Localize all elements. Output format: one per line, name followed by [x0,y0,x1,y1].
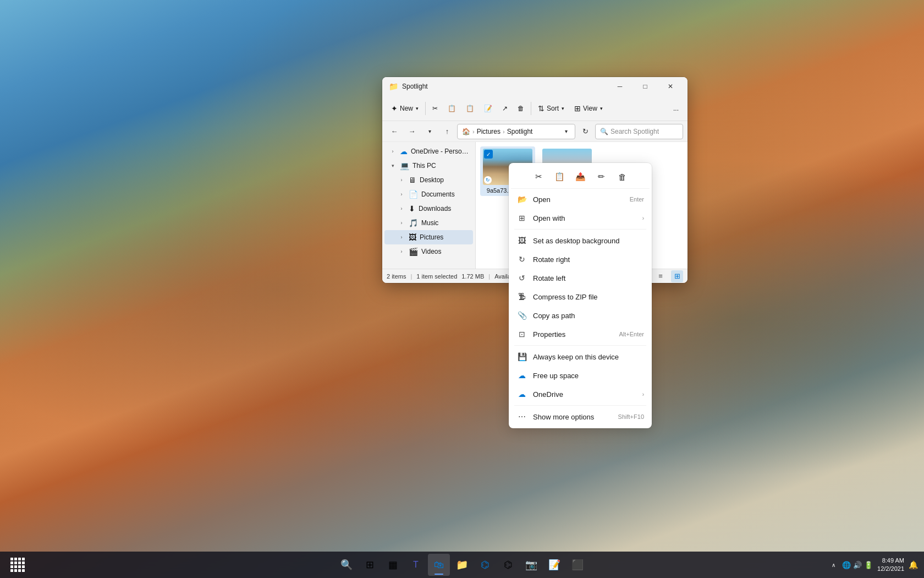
expand-icon-pictures: › [398,233,405,241]
videos-icon: 🎬 [409,247,418,256]
address-dropdown-button[interactable]: ▾ [562,127,570,136]
cm-compress-zip[interactable]: 🗜 Compress to ZIP file [511,287,650,306]
thispc-icon: 💻 [400,161,409,170]
sidebar-item-downloads[interactable]: › ⬇ Downloads [384,201,473,216]
sidebar-item-thispc[interactable]: ▾ 💻 This PC [384,159,473,173]
terminal-button[interactable]: ⬛ [566,554,588,576]
notification-icon[interactable]: 🔔 [909,560,917,569]
toolbar-divider-1 [425,102,426,115]
clock-time: 8:49 AM [877,557,904,565]
item-count: 2 items [387,273,406,280]
file-explorer-taskbar-button[interactable]: 📁 [451,554,473,576]
sidebar-item-desktop[interactable]: › 🖥 Desktop [384,173,473,187]
cm-rotate-left[interactable]: ↺ Rotate left [511,269,650,287]
new-button[interactable]: ✦ New ▾ [387,101,423,116]
minimize-button[interactable]: ─ [607,77,632,96]
system-tray-expand[interactable]: ∧ [829,561,838,569]
desktop-icon: 🖥 [409,176,416,184]
more-button[interactable]: ... [669,102,683,115]
sidebar-item-videos[interactable]: › 🎬 Videos [384,244,473,259]
cm-open[interactable]: 📂 Open Enter [511,190,650,209]
sidebar-label-videos: Videos [421,248,441,255]
sidebar-item-music[interactable]: › 🎵 Music [384,216,473,230]
grid-view-button[interactable]: ⊞ [671,270,683,282]
cm-cut-button[interactable]: ✂ [530,168,547,185]
search-box[interactable]: 🔍 Search Spotlight [595,124,683,139]
cm-separator-1 [514,229,646,230]
refresh-button[interactable]: ↻ [578,124,593,139]
cm-rotate-right[interactable]: ↻ Rotate right [511,250,650,269]
cm-onedrive-arrow: › [642,391,644,397]
cm-free-up-label: Free up space [533,372,644,380]
cm-open-shortcut: Enter [630,196,644,203]
battery-icon[interactable]: 🔋 [864,560,873,569]
documents-icon: 📄 [409,190,418,199]
cm-set-background[interactable]: 🖼 Set as desktop background [511,231,650,250]
search-taskbar-button[interactable]: 🔍 [336,554,358,576]
start-button[interactable] [7,554,29,576]
address-input[interactable]: 🏠 › Pictures › Spotlight ▾ [457,124,575,139]
expand-icon-videos: › [398,248,405,255]
sidebar-item-pictures[interactable]: › 🖼 Pictures [384,230,473,244]
dropdown-button[interactable]: ▾ [422,124,437,139]
delete-button[interactable]: 🗑 [513,102,529,115]
edge-dev-button[interactable]: ⌬ [497,554,519,576]
close-button[interactable]: ✕ [658,77,683,96]
paste-button[interactable]: 📋 [461,102,479,115]
cm-rename-button[interactable]: ✏ [593,168,609,185]
edge-button[interactable]: ⌬ [474,554,496,576]
title-controls: ─ □ ✕ [607,77,683,96]
selected-count: 1 item selected [416,273,457,280]
sidebar-label-pictures: Pictures [420,233,443,241]
cm-copy-button[interactable]: 📋 [551,168,568,185]
expand-icon: › [389,148,397,155]
cm-zip-label: Compress to ZIP file [533,293,644,301]
store-button[interactable]: 🛍 [428,554,450,576]
forward-button[interactable]: → [404,124,420,139]
cm-rotate-right-icon: ↻ [516,254,527,265]
cm-paste-button[interactable]: 📤 [572,168,588,185]
cm-delete-button[interactable]: 🗑 [614,168,630,185]
list-view-button[interactable]: ≡ [654,270,667,282]
breadcrumb-pictures[interactable]: Pictures [477,128,501,135]
cm-onedrive-icon: ☁ [516,389,527,400]
network-icon[interactable]: 🌐 [842,560,851,569]
cm-copy-path[interactable]: 📎 Copy as path [511,306,650,325]
cm-onedrive[interactable]: ☁ OneDrive › [511,385,650,403]
sidebar-label-onedrive: OneDrive - Personal [411,148,469,155]
cm-always-keep-label: Always keep on this device [533,353,644,361]
copy-button[interactable]: 📋 [443,102,460,115]
teams-button[interactable]: T [405,554,427,576]
share-button[interactable]: ↗ [498,102,512,115]
up-button[interactable]: ↑ [439,124,455,139]
camera-button[interactable]: 📷 [520,554,542,576]
cm-always-keep[interactable]: 💾 Always keep on this device [511,347,650,366]
cm-more-options[interactable]: ⋯ Show more options Shift+F10 [511,407,650,426]
sidebar-item-onedrive[interactable]: › ☁ OneDrive - Personal [384,144,473,159]
cm-open-with[interactable]: ⊞ Open with › [511,209,650,227]
title-bar: 📁 Spotlight ─ □ ✕ [382,77,688,96]
cm-properties[interactable]: ⊡ Properties Alt+Enter [511,325,650,343]
sort-button[interactable]: ⇅ Sort ▾ [534,101,569,116]
cm-properties-icon: ⊡ [516,329,527,340]
sidebar-label-documents: Documents [421,190,455,198]
music-icon: 🎵 [409,219,418,227]
cm-open-label: Open [533,195,624,204]
view-button[interactable]: ⊞ View ▾ [570,101,607,116]
cut-button[interactable]: ✂ [428,102,442,115]
sidebar-item-documents[interactable]: › 📄 Documents [384,187,473,201]
breadcrumb-spotlight[interactable]: Spotlight [507,128,533,135]
speaker-icon[interactable]: 🔊 [853,560,862,569]
notepad-button[interactable]: 📝 [543,554,565,576]
maximize-button[interactable]: □ [632,77,658,96]
rename-button[interactable]: 📝 [480,102,497,115]
cm-free-up[interactable]: ☁ Free up space [511,366,650,385]
back-button[interactable]: ← [387,124,402,139]
taskbar: 🔍 ⊞ ▦ T 🛍 📁 ⌬ ⌬ 📷 📝 ⬛ ∧ 🌐 🔊 🔋 8:49 AM 12… [0,552,924,578]
widgets-button[interactable]: ▦ [382,554,404,576]
taskview-button[interactable]: ⊞ [359,554,381,576]
cm-set-bg-icon: 🖼 [516,235,527,246]
search-placeholder: Search Spotlight [610,128,659,135]
taskbar-clock[interactable]: 8:49 AM 12/2/2021 [877,557,904,574]
cm-set-bg-label: Set as desktop background [533,237,644,245]
